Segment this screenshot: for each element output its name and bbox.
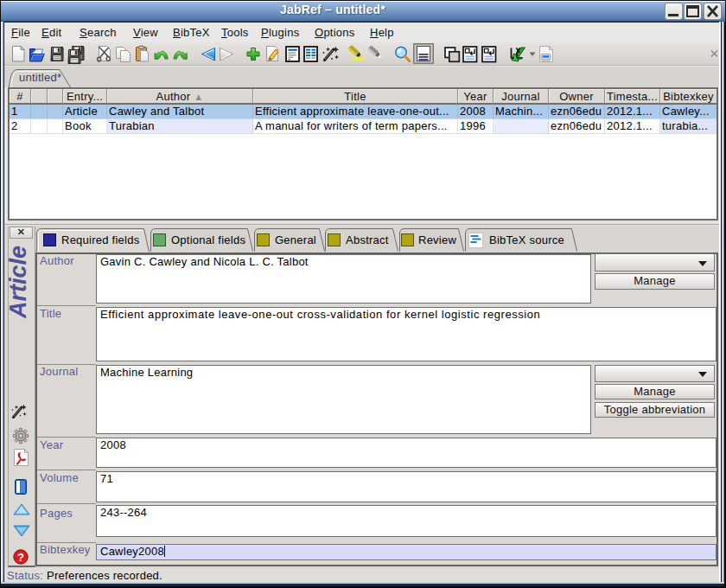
svg-text:?: ? xyxy=(17,551,24,564)
